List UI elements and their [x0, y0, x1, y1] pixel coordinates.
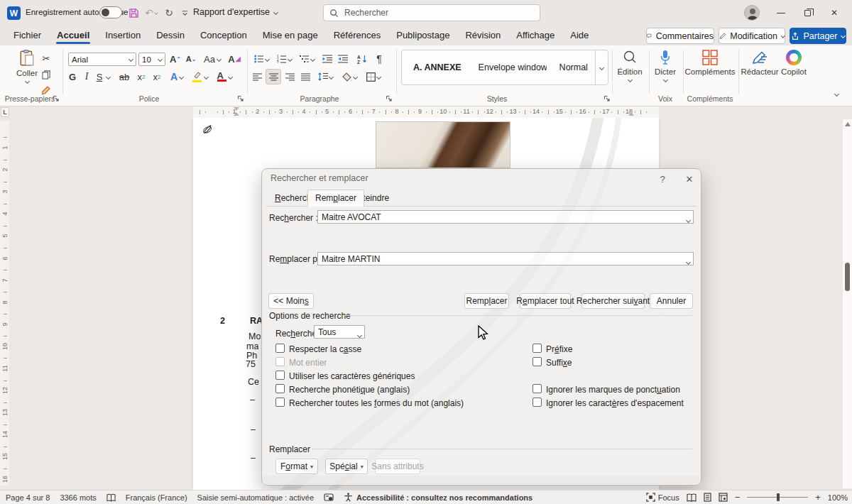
bullets-button[interactable]	[251, 52, 271, 66]
format-button[interactable]: Format▾	[275, 459, 318, 474]
web-layout-button[interactable]	[719, 493, 728, 502]
read-mode-button[interactable]	[687, 493, 697, 502]
zoom-slider-thumb[interactable]	[777, 493, 780, 501]
document-title[interactable]: Rapport d'expertise	[193, 7, 278, 17]
scrollbar-thumb[interactable]	[845, 263, 850, 291]
styles-dialog-launcher[interactable]	[604, 95, 611, 102]
style-normal[interactable]: Normal	[559, 62, 588, 72]
document-photo[interactable]	[376, 122, 510, 168]
match-case-checkbox[interactable]	[275, 344, 285, 353]
tab-conception[interactable]: Conception	[192, 26, 255, 45]
align-left-button[interactable]	[250, 70, 264, 84]
cut-button[interactable]: ✂	[40, 51, 53, 65]
h-ruler[interactable]: 123456789101112131415161718	[193, 106, 659, 118]
font-color-button[interactable]: A	[214, 70, 234, 84]
grow-font-button[interactable]: A⌃	[168, 52, 183, 66]
style-envelope-window[interactable]: Envelope window	[479, 62, 547, 72]
styles-gallery-more-button[interactable]	[595, 50, 608, 84]
copilot-button[interactable]: Copilot	[778, 50, 809, 76]
avatar[interactable]	[744, 5, 760, 21]
sounds-like-checkbox[interactable]	[275, 384, 285, 393]
right-indent-marker[interactable]	[628, 112, 634, 116]
language-indicator[interactable]: Français (France)	[126, 493, 187, 502]
share-button[interactable]: Partager	[790, 28, 846, 44]
comments-button[interactable]: Commentaires	[646, 28, 714, 44]
suffix-checkbox[interactable]	[532, 357, 542, 366]
strikethrough-button[interactable]: ab	[116, 70, 132, 84]
v-ruler[interactable]: 12345678910111213141516	[0, 121, 9, 486]
clipboard-dialog-launcher[interactable]	[53, 95, 60, 102]
sounds-like-label[interactable]: Recherche phonétique (anglais)	[289, 385, 410, 395]
align-right-button[interactable]	[283, 70, 297, 84]
find-next-button[interactable]: Rechercher suivant	[581, 293, 645, 309]
cancel-button[interactable]: Annuler	[650, 293, 693, 309]
editing-mode-button[interactable]: Modification	[719, 28, 785, 44]
subscript-button[interactable]: x2	[133, 70, 149, 84]
zoom-in-button[interactable]: +	[815, 492, 821, 503]
word-forms-label[interactable]: Rechercher toutes les formes du mot (ang…	[289, 398, 464, 408]
minimize-button[interactable]: —	[769, 0, 793, 26]
redo-button[interactable]: ↻	[162, 6, 176, 20]
recording-button[interactable]	[324, 493, 334, 502]
match-case-label[interactable]: Respecter la casse	[289, 344, 361, 354]
italic-button[interactable]: I	[80, 70, 93, 84]
paste-button[interactable]: Coller	[11, 50, 43, 83]
shrink-font-button[interactable]: A⌄	[183, 52, 199, 66]
replace-all-button[interactable]: Remplacer tout	[520, 293, 571, 309]
editing-button[interactable]: Édition	[613, 50, 646, 82]
font-name-combobox[interactable]: Arial	[68, 53, 136, 66]
tab-references[interactable]: Références	[326, 26, 388, 45]
less-button[interactable]: << Moins	[268, 293, 314, 309]
collapse-ribbon-icon[interactable]	[834, 92, 839, 97]
find-input[interactable]: Maitre AVOCAT	[317, 210, 694, 224]
zoom-slider[interactable]	[747, 497, 808, 498]
tab-aide[interactable]: Aide	[562, 26, 596, 45]
editor-button[interactable]: Rédacteur	[740, 50, 780, 76]
font-dialog-launcher[interactable]	[237, 95, 244, 102]
wildcards-checkbox[interactable]	[275, 371, 285, 380]
word-forms-checkbox[interactable]	[275, 398, 285, 407]
autosave-toggle[interactable]	[99, 6, 122, 18]
change-case-button[interactable]: Aa	[202, 52, 223, 66]
paragraph-dialog-launcher[interactable]	[386, 95, 393, 102]
dialog-close-button[interactable]: ✕	[682, 172, 697, 186]
save-button[interactable]	[126, 6, 141, 20]
dialog-help-button[interactable]: ?	[655, 172, 670, 186]
replace-input[interactable]: Maitre MARTIN	[317, 252, 694, 265]
tab-accueil[interactable]: Accueil	[49, 26, 97, 45]
ignore-space-checkbox[interactable]	[532, 398, 542, 407]
autocomplete-indicator[interactable]: Saisie semi-automatique : activée	[197, 493, 314, 502]
close-button[interactable]: ✕	[822, 0, 846, 26]
find-dropdown-icon[interactable]	[686, 218, 691, 223]
copilot-margin-icon[interactable]	[202, 124, 213, 135]
undo-button[interactable]: ↶	[142, 6, 160, 20]
shading-button[interactable]	[339, 70, 359, 84]
bold-button[interactable]: G	[65, 70, 80, 84]
tab-dessin[interactable]: Dessin	[148, 26, 192, 45]
scope-dropdown-icon[interactable]	[357, 333, 362, 338]
increase-indent-button[interactable]	[335, 52, 351, 66]
line-spacing-button[interactable]	[315, 70, 335, 84]
multilevel-list-button[interactable]	[297, 52, 317, 66]
scroll-up-icon[interactable]	[845, 122, 851, 126]
style-annexe[interactable]: A. ANNEXE	[413, 62, 462, 72]
underline-button[interactable]: S	[93, 70, 106, 84]
justify-button[interactable]	[298, 70, 312, 84]
ignore-punct-label[interactable]: Ignorer les marques de ponctuation	[546, 385, 680, 395]
tab-publipostage[interactable]: Publipostage	[388, 26, 457, 45]
superscript-button[interactable]: x2	[149, 70, 165, 84]
first-line-indent-marker[interactable]	[234, 107, 239, 111]
show-marks-button[interactable]: ¶	[372, 52, 386, 66]
tab-fichier[interactable]: Fichier	[6, 26, 49, 45]
suffix-label[interactable]: Suffixe	[546, 358, 572, 368]
tab-affichage[interactable]: Affichage	[508, 26, 562, 45]
restore-button[interactable]	[795, 0, 819, 26]
search-input[interactable]: Rechercher	[323, 4, 540, 21]
special-button[interactable]: Spécial▾	[325, 459, 368, 474]
tab-revision[interactable]: Révision	[457, 26, 508, 45]
search-scope-combobox[interactable]: Tous	[314, 325, 365, 339]
font-size-combobox[interactable]: 10	[138, 53, 165, 66]
copy-button[interactable]	[40, 67, 53, 82]
underline-chevron-icon[interactable]	[106, 75, 111, 80]
replace-dropdown-icon[interactable]	[686, 260, 691, 265]
